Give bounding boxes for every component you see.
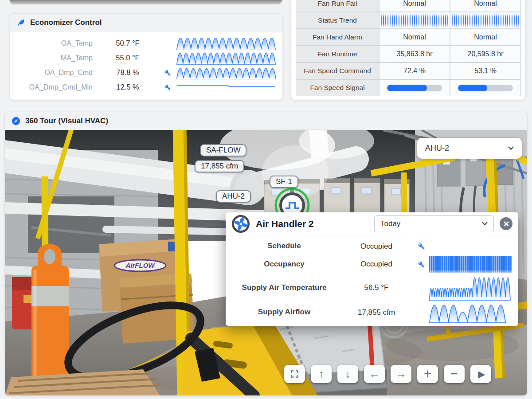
panorama-viewport[interactable]: AirFLOW [5, 130, 527, 395]
fan1-speed-gauge [379, 80, 450, 96]
row-label: Fan Speed Command [296, 63, 379, 79]
economizer-header: Economizer Control [10, 14, 282, 31]
popup-row: Supply Air Temperature 56.5 °F [229, 274, 512, 301]
point-value: 55.0 °F [96, 54, 159, 62]
chevron-down-icon [508, 146, 514, 150]
time-range-value: Today [380, 219, 482, 228]
leaf-icon [17, 18, 25, 27]
economizer-row: MA_Temp 55.0 °F [16, 51, 276, 65]
fan2-value: Normal [450, 0, 520, 12]
fan2-value: 53.1 % [450, 63, 520, 79]
popup-title: Air Handler 2 [256, 219, 368, 229]
compass-icon [12, 117, 20, 125]
supply-airflow-trend [429, 302, 512, 323]
pan-right-button[interactable]: → [391, 365, 411, 383]
economizer-row: OA_Temp 50.7 °F [16, 36, 276, 51]
trend-sparkline [176, 37, 276, 50]
trend-sparkline [176, 51, 276, 65]
hotspot-label-ahu-2[interactable]: AHU-2 [216, 190, 251, 203]
popup-row: Supply Airflow 17,855 cfm [229, 301, 512, 323]
economizer-row: OA_Dmp_Cmd 78.8 % [16, 65, 276, 80]
economizer-title: Economizer Control [30, 18, 102, 27]
trend-sparkline-flat [176, 81, 276, 94]
occupancy-trend [429, 256, 512, 273]
point-label: OA_Dmp_Cmd [16, 69, 96, 77]
pan-left-button[interactable]: ← [364, 365, 385, 383]
row-label: Status Trend [296, 12, 379, 28]
point-label: OA_Dmp_Cmd_Min [16, 83, 96, 91]
point-label: OA_Temp [16, 39, 96, 47]
fan2-value: 20,595.8 hr [450, 46, 520, 62]
time-range-select[interactable]: Today [374, 215, 494, 232]
fan1-value: Normal [379, 0, 450, 12]
zoom-in-button[interactable]: + [417, 365, 438, 383]
fan1-value: Normal [379, 29, 450, 45]
popup-close-button[interactable] [500, 217, 512, 230]
point-label: Occupancy [229, 260, 339, 269]
tour-header: 360 Tour (Visual HVAC) [5, 112, 527, 130]
fan2-status-trend [450, 12, 520, 28]
pan-down-button[interactable]: ↓ [337, 365, 358, 383]
camera-location-value: AHU-2 [425, 144, 508, 153]
point-value: Occupied [339, 260, 414, 269]
point-value: 56.5 °F [339, 283, 414, 292]
zoom-out-button[interactable]: − [444, 365, 465, 383]
fan1-value: 72.4 % [379, 63, 450, 79]
row-label: Fan Run Fail [296, 0, 379, 12]
economizer-row: OA_Dmp_Cmd_Min 12.5 % [16, 80, 276, 94]
fullscreen-button[interactable] [284, 365, 305, 383]
popup-row: Schedule Occupied [229, 238, 512, 254]
setpoint-wrench-icon[interactable] [414, 261, 429, 268]
point-value: 12.5 % [96, 83, 159, 91]
row-label: Fan Runtime [296, 46, 379, 62]
tour-panel: 360 Tour (Visual HVAC) [4, 112, 528, 396]
row-label: Fan Speed Signal [296, 80, 379, 96]
fan-icon [231, 215, 250, 233]
equipment-popup: Air Handler 2 Today Schedule Occupied [226, 212, 518, 326]
hotspot-value-sa-flow[interactable]: 17,855 cfm [195, 160, 244, 172]
camera-location-select[interactable]: AHU-2 [417, 138, 522, 159]
setpoint-wrench-icon[interactable] [414, 243, 429, 250]
clipped-panel-bottom-edge [10, 0, 282, 3]
tour-title: 360 Tour (Visual HVAC) [25, 117, 108, 125]
setpoint-wrench-icon[interactable] [159, 70, 176, 76]
supply-air-temp-trend [429, 275, 512, 301]
pan-up-button[interactable]: ↑ [311, 365, 332, 383]
point-value: 17,855 cfm [339, 308, 414, 317]
chevron-down-icon [482, 222, 488, 226]
economizer-panel: Economizer Control OA_Temp 50.7 °F MA_Te… [10, 13, 283, 100]
point-label: Supply Air Temperature [229, 283, 339, 292]
fullscreen-icon [290, 370, 299, 378]
setpoint-wrench-icon[interactable] [159, 84, 176, 90]
play-button[interactable]: ▶ [470, 365, 491, 383]
point-label: MA_Temp [16, 54, 96, 62]
fan1-status-trend [379, 12, 450, 28]
hotspot-label-sa-flow[interactable]: SA-FLOW [200, 144, 246, 156]
popup-row: Occupancy Occupied [229, 254, 512, 274]
popup-header: Air Handler 2 Today [226, 212, 518, 235]
fan2-speed-gauge [450, 80, 520, 96]
point-label: Supply Airflow [229, 308, 339, 317]
box-logo-text: AirFLOW [125, 262, 156, 269]
hotspot-label-sf-1[interactable]: SF-1 [270, 176, 298, 188]
point-value: 78.8 % [96, 68, 159, 77]
point-label: Schedule [229, 242, 339, 250]
trend-sparkline [176, 66, 276, 79]
fan1-value: 35,863.8 hr [379, 46, 450, 62]
pano-controls: ↑ ↓ ← → + − ▶ [284, 365, 491, 383]
row-label: Fan Hand Alarm [296, 29, 379, 45]
close-icon [504, 221, 509, 227]
fan2-value: Normal [450, 29, 520, 45]
fan-status-panel: Fan Run Fail Normal Normal Status Trend … [291, 0, 526, 100]
point-value: 50.7 °F [96, 39, 159, 47]
point-value: Occupied [339, 242, 414, 251]
